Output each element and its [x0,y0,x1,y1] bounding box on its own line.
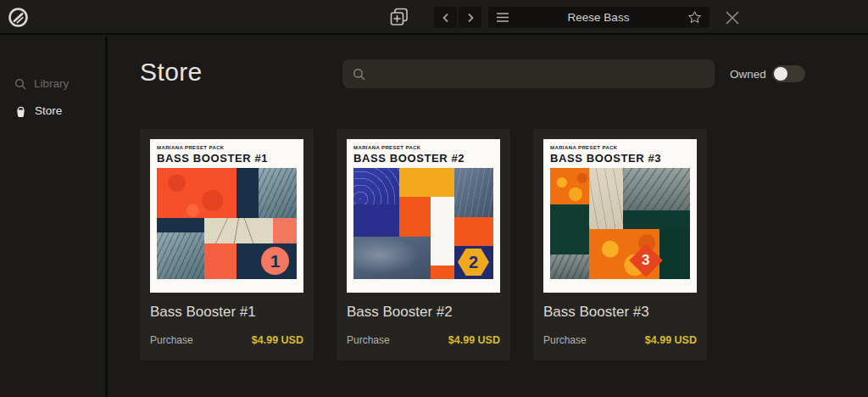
pack-title: Bass Booster #1 [150,304,303,321]
art-brand-text: MARIANA PRESET PACK [550,144,690,152]
album-art: MARIANA PRESET PACK BASS BOOSTER #2 2 [347,139,500,293]
price-label[interactable]: $4.99 USD [448,334,500,346]
sidebar-item-label: Store [35,104,62,117]
plugin-window: Reese Bass Library [0,0,868,397]
pack-card[interactable]: MARIANA PRESET PACK BASS BOOSTER #3 3 B [533,129,707,361]
price-label[interactable]: $4.99 USD [252,334,303,346]
sidebar-divider [105,36,108,397]
brand-logo-icon [8,7,29,28]
art-collage: 1 [157,168,297,279]
topbar: Reese Bass [0,0,868,35]
purchase-row: Purchase $4.99 USD [150,334,303,346]
art-collage: 2 [353,168,493,279]
pack-title: Bass Booster #2 [347,304,500,321]
art-title-text: BASS BOOSTER #1 [157,152,297,165]
art-collage: 3 [550,168,690,279]
preset-bar: Reese Bass [488,7,709,28]
sidebar: Library Store [0,36,105,397]
album-art: MARIANA PRESET PACK BASS BOOSTER #3 3 [543,139,697,293]
purchase-row: Purchase $4.99 USD [543,334,697,346]
purchase-button[interactable]: Purchase [347,334,390,346]
toggle-knob [774,67,787,81]
purchase-button[interactable]: Purchase [150,334,193,346]
favorite-star-icon[interactable] [687,10,702,25]
album-art: MARIANA PRESET PACK BASS BOOSTER #1 1 [150,139,303,293]
preset-name: Reese Bass [509,11,687,24]
next-preset-button[interactable] [459,7,481,28]
search-box [342,59,715,88]
art-brand-text: MARIANA PRESET PACK [353,144,493,152]
sidebar-item-library[interactable]: Library [0,72,105,95]
pack-card[interactable]: MARIANA PRESET PACK BASS BOOSTER #2 2 [337,129,510,361]
page-title: Store [140,58,203,87]
art-title-text: BASS BOOSTER #3 [550,152,690,165]
art-brand-text: MARIANA PRESET PACK [157,144,297,152]
owned-toggle[interactable] [772,65,805,82]
purchase-row: Purchase $4.99 USD [347,334,500,346]
purchase-button[interactable]: Purchase [543,334,587,346]
basket-icon [14,104,27,118]
close-icon[interactable] [720,5,745,31]
sidebar-item-label: Library [34,77,69,90]
pack-number-badge: 1 [261,247,289,275]
art-title-text: BASS BOOSTER #2 [353,152,493,165]
search-icon [353,68,365,81]
search-icon [14,78,26,90]
owned-label: Owned [730,68,766,81]
price-label[interactable]: $4.99 USD [645,334,697,346]
previous-preset-button[interactable] [434,7,457,28]
pack-title: Bass Booster #3 [543,304,697,321]
pack-card[interactable]: MARIANA PRESET PACK BASS BOOSTER #1 1 [140,129,314,361]
save-preset-button[interactable] [387,5,411,29]
sidebar-item-store[interactable]: Store [0,99,105,122]
store-card-grid: MARIANA PRESET PACK BASS BOOSTER #1 1 [140,129,707,361]
preset-menu-icon[interactable] [496,12,509,23]
search-input[interactable] [372,68,704,81]
